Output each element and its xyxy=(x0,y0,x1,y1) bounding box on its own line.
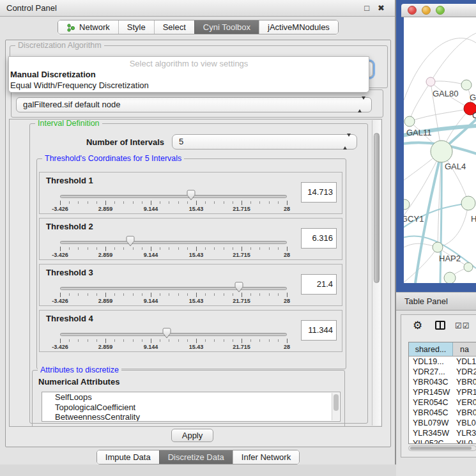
slider-major-tick xyxy=(287,293,288,297)
table-row[interactable]: YBR043CYBR0 xyxy=(409,377,476,387)
network-node-pink[interactable] xyxy=(426,77,435,86)
slider-tick-label: 21.715 xyxy=(233,298,250,304)
tab-impute-data[interactable]: Impute Data xyxy=(97,450,159,464)
attribute-list-item[interactable]: SelfLoops xyxy=(42,392,340,403)
attributes-group-title: Attributes to discretize xyxy=(38,365,121,374)
slider-thumb[interactable] xyxy=(126,236,135,247)
node-label-partial: C xyxy=(472,111,476,120)
slider-major-tick xyxy=(105,339,106,343)
table-row[interactable]: YBR045CYBR0 xyxy=(409,408,476,418)
column-header-name[interactable]: na xyxy=(453,342,476,356)
threshold-slider[interactable]: -3.4262.8599.14415.4321.71528 xyxy=(60,330,287,351)
slider-tick-label: 9.144 xyxy=(144,344,158,350)
slider-thumb[interactable] xyxy=(234,282,243,293)
slider-tick-label: 9.144 xyxy=(144,298,158,304)
table-body: YDL19...YDL1YDR27...YDR2YBR043CYBR0YPR14… xyxy=(409,357,476,443)
close-window-icon[interactable]: ✖ xyxy=(378,0,385,16)
attributes-list-scrollbar-thumb[interactable] xyxy=(334,394,339,411)
table-panel-titlebar: Table Panel xyxy=(396,292,476,311)
network-node-hap2[interactable] xyxy=(433,242,443,252)
tab-label: Style xyxy=(127,22,146,32)
threshold-value-field[interactable]: 6.316 xyxy=(301,228,337,249)
slider-tick-label: 15.43 xyxy=(189,344,204,350)
cell-name: YDL1 xyxy=(453,357,476,367)
threshold-label: Threshold 2 xyxy=(46,222,93,231)
threshold-value-field[interactable]: 11.344 xyxy=(301,320,337,341)
tab-select[interactable]: Select xyxy=(154,20,194,34)
settings-scrollbar[interactable] xyxy=(372,120,381,426)
cell-shared-name: YDR27... xyxy=(409,367,453,377)
columns-icon[interactable] xyxy=(435,321,445,330)
tab-style[interactable]: Style xyxy=(118,20,154,34)
threshold-slider[interactable]: -3.4262.8599.14415.4321.71528 xyxy=(60,284,287,305)
table-header: shared... na xyxy=(409,342,476,357)
network-node[interactable] xyxy=(461,196,475,210)
bottom-tab-row: Impute DataDiscretize DataInfer Network xyxy=(0,450,396,464)
table-data-combo[interactable]: galFiltered.sif default node xyxy=(16,97,372,112)
table-horizontal-scrollbar-thumb[interactable] xyxy=(410,447,472,450)
slider-major-tick xyxy=(196,201,197,205)
control-panel-window: Control Panel □ ✖ NetworkStyleSelectCyni… xyxy=(0,0,396,476)
table-row[interactable]: YDL19...YDL1 xyxy=(409,357,476,367)
slider-tick-label: 21.715 xyxy=(233,252,250,258)
slider-track xyxy=(60,241,287,244)
minimize-traffic-light[interactable] xyxy=(422,6,431,15)
threshold-value-field[interactable]: 21.4 xyxy=(301,274,337,295)
network-node[interactable] xyxy=(464,263,473,272)
tab-jactivemnodules[interactable]: jActiveMNodules xyxy=(259,20,338,34)
network-node[interactable] xyxy=(444,272,456,283)
attribute-list-item[interactable]: TopologicalCoefficient xyxy=(42,403,340,413)
slider-tick-label: -3.426 xyxy=(52,344,68,350)
threshold-panel: Threshold 3-3.4262.8599.14415.4321.71528… xyxy=(39,264,342,306)
tab-network[interactable]: Network xyxy=(58,20,118,34)
attribute-list-item[interactable]: BetweennessCentrality xyxy=(42,412,340,422)
slider-track xyxy=(60,333,287,336)
threshold-value-field[interactable]: 14.713 xyxy=(301,182,337,203)
table-horizontal-scrollbar[interactable] xyxy=(408,445,476,451)
column-header-shared-name[interactable]: shared... xyxy=(409,342,453,356)
slider-thumb[interactable] xyxy=(162,328,171,339)
table-row[interactable]: YPR145WYPR1 xyxy=(409,387,476,397)
network-node-gal4[interactable] xyxy=(431,141,452,162)
settings-scrollbar-thumb[interactable] xyxy=(374,133,380,283)
float-window-icon[interactable]: □ xyxy=(364,0,369,16)
slider-tick-label: 21.715 xyxy=(233,344,250,350)
table-row[interactable]: YLR345WYLR3 xyxy=(409,428,476,438)
bottom-strip xyxy=(0,464,396,476)
number-of-intervals-spinner[interactable]: 5 xyxy=(172,134,357,150)
tab-discretize-data[interactable]: Discretize Data xyxy=(159,450,233,464)
slider-tick-label: 28 xyxy=(284,252,290,258)
gear-icon[interactable]: ⚙ xyxy=(413,319,422,332)
table-row[interactable]: YBL079WYBL0 xyxy=(409,418,476,428)
threshold-slider[interactable]: -3.4262.8599.14415.4321.71528 xyxy=(60,238,287,259)
tab-infer-network[interactable]: Infer Network xyxy=(233,450,299,464)
slider-tick-label: -3.426 xyxy=(52,206,68,212)
slider-tick-label: 21.715 xyxy=(233,206,250,212)
slider-minor-ticks xyxy=(60,339,287,342)
threshold-panel: Threshold 4-3.4262.8599.14415.4321.71528… xyxy=(39,310,342,352)
algorithm-option-equal-width-frequency-discretization[interactable]: Equal Width/Frequency Discretization xyxy=(9,80,369,91)
close-traffic-light[interactable] xyxy=(408,6,417,15)
attributes-list-scrollbar[interactable] xyxy=(332,393,339,420)
threshold-label: Threshold 1 xyxy=(46,176,93,185)
tab-cyni-toolbox[interactable]: Cyni Toolbox xyxy=(194,20,259,34)
threshold-slider[interactable]: -3.4262.8599.14415.4321.71528 xyxy=(60,192,287,213)
algorithm-option-manual-discretization[interactable]: Manual Discretization xyxy=(9,69,369,80)
checkbox-icons[interactable]: ☑☑ xyxy=(455,321,470,330)
slider-minor-ticks xyxy=(60,201,287,204)
apply-button[interactable]: Apply xyxy=(171,429,213,442)
slider-tick-label: 15.43 xyxy=(189,298,204,304)
slider-major-tick xyxy=(151,293,151,297)
zoom-traffic-light[interactable] xyxy=(436,6,445,15)
network-node[interactable] xyxy=(461,80,472,90)
network-canvas[interactable]: GAL80 GA C GAL11 GAL4 GCY1 H HAP2 xyxy=(404,17,476,283)
slider-tick-label: 2.859 xyxy=(98,344,113,350)
table-row[interactable]: YIL052CYIL0 xyxy=(409,438,476,443)
network-node-gal11[interactable] xyxy=(404,116,415,127)
table-row[interactable]: YER054CYER0 xyxy=(409,397,476,408)
table-row[interactable]: YDR27...YDR2 xyxy=(409,367,476,377)
slider-major-tick xyxy=(196,247,197,251)
tab-label: Discretize Data xyxy=(168,452,224,462)
network-icon xyxy=(66,23,75,32)
slider-thumb[interactable] xyxy=(187,190,196,201)
